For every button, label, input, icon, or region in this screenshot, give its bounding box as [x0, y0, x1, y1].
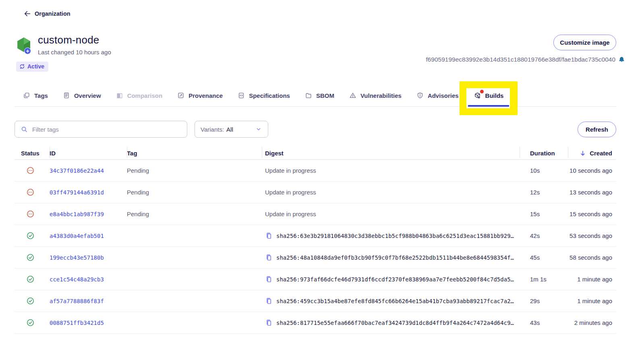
- table-row: 34c37f0186e22a44 Pending Update in progr…: [14, 160, 616, 182]
- table-row: 199eccb43e57180b sha256:48a10848da9ef0fb…: [14, 247, 616, 269]
- status-pending-icon: [14, 210, 50, 218]
- table-row: af57a7788886f83f sha256:459cc3b15a4be87e…: [14, 290, 616, 312]
- status-success-icon: [14, 231, 50, 240]
- status-badge: Active: [16, 62, 48, 72]
- tab-vulnerabilities[interactable]: Vulnerabilities: [349, 91, 402, 100]
- specifications-icon: [238, 92, 245, 99]
- digest-status-text: Update in progress: [265, 189, 316, 196]
- status-badge-label: Active: [27, 63, 44, 70]
- digest-status-text: Update in progress: [265, 167, 316, 174]
- status-success-icon: [14, 297, 50, 305]
- status-pending-icon: [14, 166, 50, 175]
- tab-advisories[interactable]: Advisories: [416, 91, 459, 100]
- column-header-duration: Duration: [520, 147, 568, 160]
- tab-sbom[interactable]: SBOM: [305, 91, 334, 100]
- build-tag: Pending: [127, 211, 262, 217]
- table-row: a4383d0a4efab501 sha256:63e3b29181064830…: [14, 225, 616, 247]
- notification-dot: [480, 90, 484, 93]
- digest-hash: sha256:973faf66dcfe46d7931df6ccdf2370fe8…: [276, 276, 514, 283]
- plus-badge-icon: +: [24, 48, 31, 54]
- status-pending-icon: [14, 188, 50, 196]
- image-digest-line: f69059199ec83992e3b14d351c188019766e38df…: [426, 56, 625, 63]
- build-id-link[interactable]: e8a4bbc1ab987f39: [50, 211, 127, 217]
- last-changed-text: Last changed 10 hours ago: [38, 49, 111, 56]
- build-id-link[interactable]: 0088751ffb3421d5: [50, 320, 127, 326]
- build-id-link[interactable]: cce1c54c48a29cb3: [50, 276, 127, 283]
- build-id-link[interactable]: af57a7788886f83f: [50, 298, 127, 304]
- build-duration: 15s: [520, 211, 568, 217]
- build-tag: Pending: [127, 189, 262, 196]
- customize-image-button[interactable]: Customize image: [553, 35, 616, 50]
- build-created: 13 seconds ago: [568, 189, 616, 196]
- build-duration: 43s: [520, 319, 568, 326]
- build-duration: 12s: [520, 189, 568, 196]
- build-created: 10 seconds ago: [568, 167, 616, 174]
- tab-overview[interactable]: Overview: [63, 91, 101, 100]
- build-id-link[interactable]: a4383d0a4efab501: [50, 233, 127, 239]
- tab-comparison: Comparison: [116, 91, 163, 100]
- builds-icon: [474, 92, 481, 99]
- build-id-link[interactable]: 199eccb43e57180b: [50, 254, 127, 261]
- build-id-link[interactable]: 03ff479144a6391d: [50, 189, 127, 196]
- build-created: 1 minute ago: [568, 276, 616, 283]
- tab-provenance[interactable]: Provenance: [177, 91, 223, 100]
- node-logo-icon: +: [17, 37, 31, 53]
- table-row: cce1c54c48a29cb3 sha256:973faf66dcfe46d7…: [14, 269, 616, 290]
- advisories-icon: [416, 92, 424, 99]
- copy-icon[interactable]: [265, 319, 273, 326]
- sbom-icon: [305, 92, 312, 99]
- sort-descending-icon: [579, 150, 586, 157]
- sync-icon: [19, 64, 25, 69]
- table-row: 0088751ffb3421d5 sha256:817715e55efaa666…: [14, 312, 616, 334]
- build-created: 2 minutes ago: [568, 319, 616, 326]
- column-header-tag: Tag: [127, 147, 262, 160]
- tab-tags[interactable]: Tags: [23, 91, 48, 100]
- chevron-down-icon: [255, 126, 262, 133]
- digest-hash: sha256:63e3b29181064830c3d38ebbc1b5cf988…: [276, 233, 514, 239]
- build-created: 15 seconds ago: [568, 211, 616, 217]
- bell-icon[interactable]: [618, 56, 625, 63]
- build-duration: 42s: [520, 232, 568, 239]
- copy-icon[interactable]: [265, 297, 273, 305]
- build-tag: Pending: [127, 167, 262, 174]
- build-duration: 1m 1s: [520, 276, 568, 283]
- digest-status-text: Update in progress: [265, 211, 316, 217]
- status-success-icon: [14, 253, 50, 262]
- digest-hash: sha256:459cc3b15a4be87efe8fd845fc66b6264…: [276, 298, 514, 304]
- build-created: 1 minute ago: [568, 298, 616, 304]
- column-header-created[interactable]: Created: [568, 147, 616, 160]
- build-id-link[interactable]: 34c37f0186e22a44: [50, 167, 127, 174]
- back-navigation[interactable]: Organization: [23, 10, 70, 18]
- column-header-digest: Digest: [262, 147, 520, 160]
- column-header-status: Status: [14, 147, 50, 160]
- vulnerabilities-icon: [349, 92, 356, 99]
- image-header: + custom-node Last changed 10 hours ago: [17, 34, 111, 56]
- status-success-icon: [14, 275, 50, 283]
- tab-builds[interactable]: Builds: [474, 91, 504, 100]
- overview-icon: [63, 92, 70, 99]
- filter-tags-searchbox[interactable]: [14, 121, 187, 138]
- variants-value: All: [226, 126, 233, 133]
- build-duration: 29s: [520, 298, 568, 304]
- tags-icon: [23, 92, 30, 99]
- filter-toolbar: Variants: All Refresh: [14, 121, 616, 138]
- table-row: e8a4bbc1ab987f39 Pending Update in progr…: [14, 203, 616, 225]
- copy-icon[interactable]: [265, 254, 273, 261]
- tab-specifications[interactable]: Specifications: [238, 91, 290, 100]
- filter-tags-input[interactable]: [32, 126, 181, 133]
- copy-icon[interactable]: [265, 275, 273, 283]
- build-duration: 45s: [520, 254, 568, 261]
- refresh-button[interactable]: Refresh: [578, 122, 616, 137]
- build-duration: 10s: [520, 167, 568, 174]
- tab-bar: Tags Overview Comparison Provenance Spec…: [14, 85, 616, 107]
- variants-dropdown[interactable]: Variants: All: [195, 121, 268, 138]
- digest-hash: sha256:48a10848da9ef0fb3cb90f59c0f7bf68e…: [276, 254, 514, 261]
- status-success-icon: [14, 318, 50, 327]
- active-tab-underline: [468, 105, 509, 107]
- comparison-icon: [116, 92, 123, 99]
- back-label: Organization: [35, 10, 70, 17]
- provenance-icon: [177, 92, 184, 99]
- table-header-row: Status ID Tag Digest Duration Created: [14, 147, 616, 160]
- builds-table: Status ID Tag Digest Duration Created 34…: [14, 147, 616, 334]
- copy-icon[interactable]: [265, 232, 273, 240]
